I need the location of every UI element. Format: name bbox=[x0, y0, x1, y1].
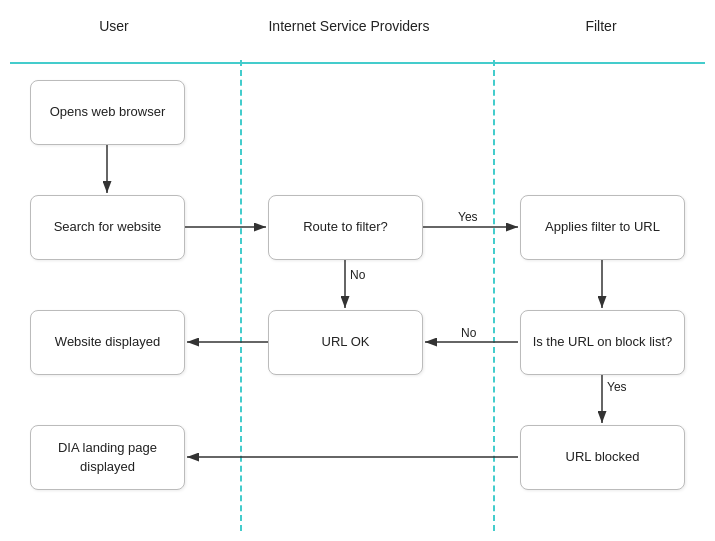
header-line bbox=[10, 62, 705, 64]
yes-down-label: Yes bbox=[607, 380, 627, 394]
col-filter-header: Filter bbox=[510, 18, 692, 34]
col-isp-header: Internet Service Providers bbox=[258, 18, 440, 34]
applies-filter-box: Applies filter to URL bbox=[520, 195, 685, 260]
url-blocked-box: URL blocked bbox=[520, 425, 685, 490]
diagram-container: User Internet Service Providers Filter O… bbox=[0, 0, 715, 541]
yes-label: Yes bbox=[458, 210, 478, 224]
dia-landing-box: DIA landing page displayed bbox=[30, 425, 185, 490]
no-left-label: No bbox=[461, 326, 476, 340]
divider-left bbox=[240, 60, 242, 531]
divider-right bbox=[493, 60, 495, 531]
no-down-label: No bbox=[350, 268, 365, 282]
website-displayed-box: Website displayed bbox=[30, 310, 185, 375]
opens-browser-box: Opens web browser bbox=[30, 80, 185, 145]
search-website-box: Search for website bbox=[30, 195, 185, 260]
route-to-filter-box: Route to filter? bbox=[268, 195, 423, 260]
url-ok-box: URL OK bbox=[268, 310, 423, 375]
is-url-blocked-box: Is the URL on block list? bbox=[520, 310, 685, 375]
col-user-header: User bbox=[23, 18, 205, 34]
